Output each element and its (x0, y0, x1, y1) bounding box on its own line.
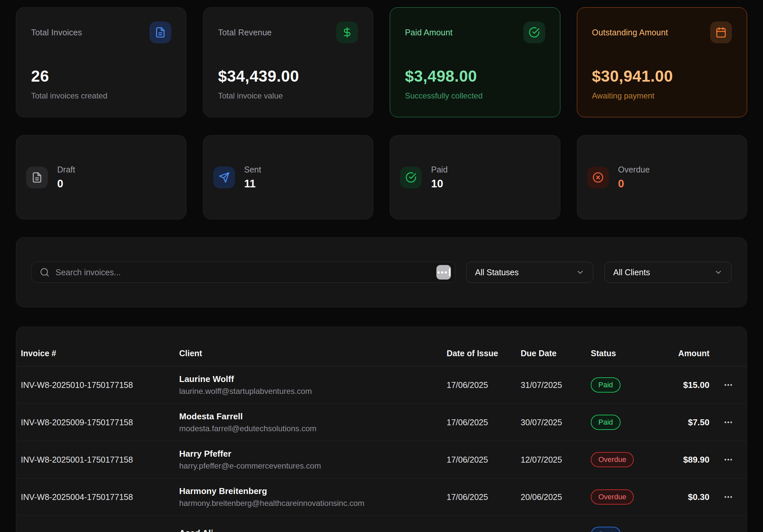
date-of-issue: 17/06/2025 (447, 380, 521, 390)
invoice-number: INV-W8-2025010-1750177158 (16, 380, 179, 390)
row-actions-button[interactable] (723, 492, 733, 502)
amount: $89.90 (673, 455, 709, 465)
stat-value: 26 (31, 67, 171, 85)
column-header-invoice: Invoice # (16, 349, 179, 358)
status-badge: Paid (591, 415, 620, 430)
dashboard: Total Invoices 26 Total invoices created… (0, 0, 763, 532)
row-actions-button[interactable] (723, 455, 733, 465)
client-email: laurine.wolff@startuplabventures.com (179, 387, 447, 396)
stat-subtitle: Awaiting payment (592, 91, 732, 100)
status-badge: Overdue (591, 452, 634, 467)
date-of-issue: 17/06/2025 (447, 418, 521, 427)
stat-title: Total Revenue (218, 28, 272, 37)
row-actions-button[interactable] (723, 417, 733, 427)
status-filter-select[interactable]: All Statuses (466, 262, 594, 283)
stat-card-outstanding-amount: Outstanding Amount $30,941.00 Awaiting p… (577, 7, 747, 117)
amount: $0.30 (673, 492, 709, 502)
table-row: INV-W8-2025001-1750177158 Harry Pfeffer … (16, 441, 747, 479)
status-card-overdue: Overdue 0 (577, 135, 747, 220)
table-header: Invoice # Client Date of Issue Due Date … (16, 327, 747, 366)
table-row: INV-W8-2025009-1750177158 Modesta Farrel… (16, 404, 747, 441)
invoice-table: Invoice # Client Date of Issue Due Date … (16, 326, 747, 532)
dollar-icon (336, 22, 358, 43)
client-cell: Modesta Farrell modesta.farrell@edutechs… (179, 411, 447, 433)
status-count: 0 (57, 177, 75, 190)
client-name: Modesta Farrell (179, 411, 447, 422)
stat-value: $34,439.00 (218, 67, 358, 85)
stat-card-total-revenue: Total Revenue $34,439.00 Total invoice v… (203, 7, 374, 117)
client-cell: Harry Pfeffer harry.pfeffer@e-commerceve… (179, 449, 447, 471)
status-count: 11 (244, 177, 261, 190)
status-count: 0 (618, 177, 650, 190)
client-email: harry.pfeffer@e-commerceventures.com (179, 461, 447, 471)
invoice-number: INV-W8-2025004-1750177158 (16, 492, 179, 502)
status-badge: Paid (591, 377, 620, 393)
ellipsis-icon (723, 417, 733, 427)
status-badge: Overdue (591, 489, 634, 504)
status-label: Overdue (618, 165, 650, 174)
search-box (32, 262, 455, 283)
date-of-issue: 17/06/2025 (447, 455, 521, 465)
column-header-date-of-issue: Date of Issue (447, 349, 521, 358)
table-body: INV-W8-2025010-1750177158 Laurine Wolff … (16, 366, 747, 532)
status-cell: Paid (591, 415, 673, 430)
client-name: Laurine Wolff (179, 374, 447, 384)
stat-card-total-invoices: Total Invoices 26 Total invoices created (16, 7, 186, 117)
amount: $7.50 (673, 417, 709, 428)
status-cards-row: Draft 0 Sent 11 Paid 10 (16, 135, 747, 220)
due-date: 20/06/2025 (521, 492, 591, 502)
check-circle-icon (400, 166, 422, 188)
client-email: harmony.breitenberg@healthcareinnovation… (179, 499, 447, 508)
column-header-client: Client (179, 349, 447, 358)
due-date: 12/07/2025 (521, 455, 591, 465)
table-row: Asad Ali Sent (16, 516, 747, 532)
status-card-sent: Sent 11 (203, 135, 374, 220)
client-name: Harmony Breitenberg (179, 486, 447, 496)
table-row: INV-W8-2025004-1750177158 Harmony Breite… (16, 479, 747, 516)
client-filter-value: All Clients (613, 268, 650, 277)
status-cell: Overdue (591, 452, 673, 467)
invoice-number: INV-W8-2025001-1750177158 (16, 455, 179, 465)
stat-title: Outstanding Amount (592, 28, 668, 37)
client-email: modesta.farrell@edutechsolutions.com (179, 424, 447, 433)
due-date: 31/07/2025 (521, 380, 591, 390)
column-header-amount: Amount (673, 349, 709, 358)
amount: $15.00 (673, 380, 709, 390)
autofill-ellipsis-icon[interactable] (436, 265, 451, 280)
status-card-paid: Paid 10 (390, 135, 560, 220)
client-name: Harry Pfeffer (179, 449, 447, 459)
status-filter-value: All Statuses (475, 268, 519, 277)
status-badge: Sent (591, 527, 621, 532)
invoice-number: INV-W8-2025009-1750177158 (16, 418, 179, 427)
status-label: Sent (244, 165, 261, 174)
status-card-draft: Draft 0 (16, 135, 186, 220)
search-input[interactable] (55, 268, 430, 277)
check-circle-icon (523, 22, 545, 43)
ellipsis-icon (723, 455, 733, 465)
status-label: Draft (57, 165, 75, 174)
status-cell: Overdue (591, 489, 673, 504)
stat-subtitle: Total invoice value (218, 91, 358, 100)
ellipsis-icon (723, 492, 733, 502)
chevron-down-icon (714, 268, 723, 277)
stat-subtitle: Successfully collected (405, 91, 545, 100)
ellipsis-icon (723, 380, 733, 390)
ellipsis-icon (723, 529, 733, 532)
client-name: Asad Ali (179, 528, 447, 532)
row-actions-button[interactable] (723, 529, 733, 532)
client-filter-select[interactable]: All Clients (604, 262, 731, 283)
send-icon (213, 166, 235, 188)
search-icon (40, 267, 50, 277)
stat-title: Paid Amount (405, 28, 453, 37)
client-cell: Asad Ali (179, 528, 447, 532)
stat-card-paid-amount: Paid Amount $3,498.00 Successfully colle… (390, 7, 560, 117)
stat-value: $3,498.00 (405, 67, 545, 85)
status-label: Paid (431, 165, 448, 174)
client-cell: Laurine Wolff laurine.wolff@startuplabve… (179, 374, 447, 396)
file-text-icon (26, 166, 48, 188)
due-date: 30/07/2025 (521, 418, 591, 427)
table-row: INV-W8-2025010-1750177158 Laurine Wolff … (16, 366, 747, 404)
calendar-icon (710, 22, 732, 43)
x-circle-icon (587, 166, 609, 188)
row-actions-button[interactable] (723, 380, 733, 390)
